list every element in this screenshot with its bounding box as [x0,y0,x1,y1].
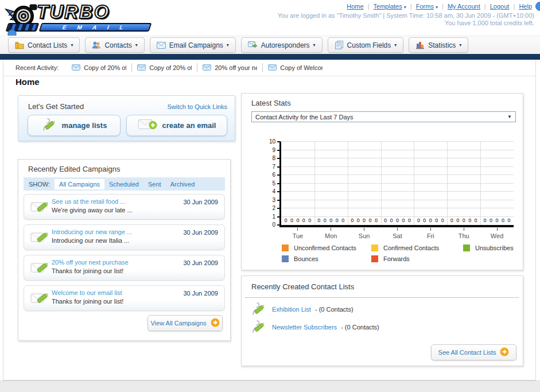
value-label: 0 [351,218,353,223]
campaign-subtitle: Thanks for joining our list! [52,267,123,274]
recent-activity-item[interactable]: 20% off your next p [197,63,263,72]
gridline [480,142,481,225]
tab-autoresponders[interactable]: Autoresponders▾ [241,37,323,53]
contact-list-link[interactable]: Newsletter Subscribers [272,324,337,331]
nav-link-forms[interactable]: Forms▾ [416,3,438,10]
value-label: 0 [384,218,387,223]
gridline [281,166,514,167]
value-label: 0 [423,218,426,223]
campaign-card[interactable]: Welcome to our email listThanks for join… [24,285,225,311]
nav-link-templates[interactable]: Templates▾ [374,3,406,10]
y-axis-label: 0 [272,222,275,228]
page-title: Home [15,77,40,87]
x-axis-tick [364,228,364,231]
filter-all-campaigns[interactable]: All Campaigns [55,179,104,189]
legend-swatch [282,255,289,262]
recent-activity-item[interactable]: Copy of 20% off yo [67,63,132,72]
tab-contact-lists[interactable]: Contact Lists▾ [8,37,80,53]
contact-lists-title: Recently Created Contact Lists [251,282,354,291]
recent-activity-text: 20% off your next p [215,64,257,71]
tab-label: Contacts [104,41,131,49]
tab-custom-fields[interactable]: Custom Fields▾ [328,37,404,53]
tab-contacts[interactable]: Contacts▾ [85,37,144,53]
recent-activity-item[interactable]: Copy of Welcome to [263,63,328,72]
value-label: 0 [396,218,399,223]
envelope-icon [157,42,166,49]
value-labels-group: 00000 [348,217,381,224]
recent-activity-items: Copy of 20% off yoCopy of 20% off yo20% … [67,63,328,72]
logo-sub: E M A I L [61,24,129,30]
arrow-circle-icon [211,318,220,328]
contact-list-count: - (0 Contacts) [313,306,353,313]
logo-word: TURBO [37,1,110,23]
login-info: You are logged in as "Timothy Smith" | S… [278,12,534,27]
campaign-card[interactable]: Introducing our new range ...Introducing… [24,224,225,250]
y-axis-label: 1 [272,214,275,220]
x-axis-tick [297,228,298,231]
campaign-title-link[interactable]: Welcome to our email list [52,289,122,296]
stats-period-select[interactable]: Contact Activity for the Last 7 Days ▼ [251,111,516,122]
filter-archived[interactable]: Archived [166,179,200,189]
x-axis-label: Wed [480,232,514,239]
value-labels-group: 00000 [414,217,447,224]
nav-link-my-account[interactable]: My Account [448,3,480,10]
person-pencil-icon [251,301,266,317]
campaign-title-link[interactable]: 20% off your next purchase [52,259,129,266]
recent-activity-text: Copy of Welcome to [280,64,323,71]
nav-link-logout[interactable]: Logout [490,3,510,10]
gridline [281,174,514,175]
switch-to-quick-links-link[interactable]: Switch to Quick Links [167,103,227,110]
y-tick-mark [277,191,281,192]
show-label: SHOW: [29,181,50,188]
manage-lists-label: manage lists [62,121,107,130]
y-axis-tick: 2 [254,205,281,211]
tab-email-campaigns[interactable]: Email Campaigns▾ [150,37,236,53]
value-label: 0 [417,218,420,223]
envelope-plus-icon [138,118,157,133]
legend-label: Unconfirmed Contacts [294,244,356,251]
custom-fields-icon [335,41,344,49]
value-labels-group: 00000 [281,217,314,224]
chevron-down-icon: ▾ [404,5,406,10]
filter-scheduled[interactable]: Scheduled [104,179,143,189]
campaign-date: 30 Jun 2009 [183,259,218,266]
legend-item-bounces: Bounces [282,255,371,262]
contact-list-item[interactable]: Newsletter Subscribers - (0 Contacts) [251,319,379,335]
campaign-card[interactable]: See us at the retail food ...We're givin… [24,194,225,220]
value-label: 0 [408,218,411,223]
y-tick-mark [277,174,281,176]
nav-link-home[interactable]: Home [347,3,363,10]
gridline [281,208,514,208]
campaigns-title: Recently Edited Campaigns [28,165,120,173]
campaign-title-link[interactable]: Introducing our new range ... [52,228,132,235]
gridline [281,200,514,200]
manage-lists-button[interactable]: manage lists [28,115,121,136]
nav-link-help[interactable]: Help [519,3,532,10]
person-pencil-icon [41,117,57,134]
campaign-card[interactable]: 20% off your next purchaseThanks for joi… [24,255,225,281]
value-label: 0 [456,218,459,223]
y-tick-mark [277,216,281,218]
x-axis-tick [430,228,431,231]
see-all-contact-lists-button[interactable]: See All Contact Lists [431,344,516,360]
recent-activity-item[interactable]: Copy of 20% off yo [132,63,197,72]
y-tick-mark [277,208,281,209]
recent-activity-label: Recent Activity: [15,64,59,71]
campaigns-panel: Recently Edited Campaigns SHOW: All Camp… [18,159,231,341]
filter-sent[interactable]: Sent [143,179,166,189]
tab-statistics[interactable]: Statistics▾ [409,37,468,53]
view-all-campaigns-button[interactable]: View All Campaigns [147,315,223,331]
navy-divider-bar [0,54,540,60]
envelope-icon [137,64,146,72]
campaign-title-link[interactable]: See us at the retail food ... [52,198,125,205]
contact-list-item[interactable]: Exhibition List - (0 Contacts) [251,301,353,317]
legend-label: Confirmed Contacts [383,244,439,251]
create-an-email-button[interactable]: create an email [126,115,227,136]
value-label: 0 [441,218,444,223]
y-tick-mark [277,150,281,151]
chart-plot-area: 0123456789100000000000000000000000000000… [279,142,514,227]
contact-list-link[interactable]: Exhibition List [272,306,311,313]
chevron-down-icon: ▾ [71,42,73,48]
gridline [281,191,514,192]
envelope-icon [72,64,80,72]
